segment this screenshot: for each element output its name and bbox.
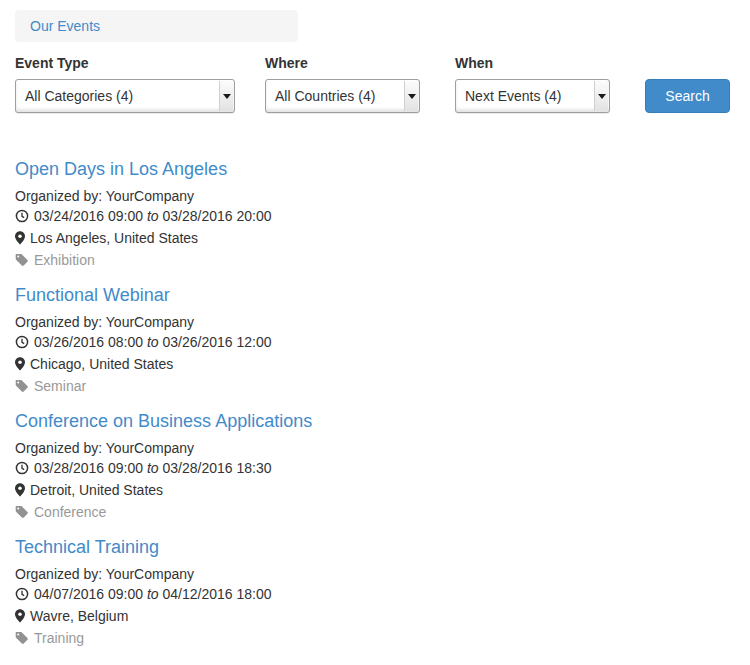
when-select[interactable]: Next Events (4) xyxy=(455,79,610,113)
clock-icon xyxy=(15,586,29,606)
event-filters-form: Event Type All Categories (4) Where All … xyxy=(15,55,735,113)
event-tag-text: Seminar xyxy=(34,378,86,394)
event-date-separator: to xyxy=(147,460,159,476)
caret-down-icon xyxy=(594,81,608,111)
map-marker-icon xyxy=(15,482,25,502)
breadcrumb-link-our-events[interactable]: Our Events xyxy=(30,18,100,34)
event-type-select[interactable]: All Categories (4) xyxy=(15,79,235,113)
event-date-separator: to xyxy=(147,334,159,350)
event-tag: Seminar xyxy=(15,376,735,398)
event-item: Conference on Business Applications Orga… xyxy=(15,410,735,524)
when-label: When xyxy=(455,55,610,71)
event-title-link[interactable]: Technical Training xyxy=(15,536,159,558)
tag-icon xyxy=(15,630,29,650)
event-date-start: 03/24/2016 09:00 xyxy=(34,208,143,224)
country-selected-value: All Countries (4) xyxy=(275,88,375,104)
event-organizer: Organized by: YourCompany xyxy=(15,438,735,458)
event-location: Wavre, Belgium xyxy=(15,606,735,628)
event-location-text: Wavre, Belgium xyxy=(30,608,128,624)
event-tag: Training xyxy=(15,628,735,650)
event-date-end: 03/28/2016 20:00 xyxy=(162,208,271,224)
event-dates: 03/26/2016 08:00 to 03/26/2016 12:00 xyxy=(15,332,735,354)
filter-group-when: When Next Events (4) xyxy=(455,55,610,113)
event-type-selected-value: All Categories (4) xyxy=(25,88,133,104)
map-marker-icon xyxy=(15,356,25,376)
event-title-link[interactable]: Functional Webinar xyxy=(15,284,170,306)
event-tag-text: Training xyxy=(34,630,84,646)
event-tag-text: Exhibition xyxy=(34,252,95,268)
tag-icon xyxy=(15,504,29,524)
event-item: Technical Training Organized by: YourCom… xyxy=(15,536,735,650)
event-date-separator: to xyxy=(147,586,159,602)
event-date-end: 04/12/2016 18:00 xyxy=(162,586,271,602)
caret-down-icon xyxy=(404,81,418,111)
event-date-start: 03/26/2016 08:00 xyxy=(34,334,143,350)
clock-icon xyxy=(15,208,29,228)
breadcrumb: Our Events xyxy=(15,10,298,42)
events-list: Open Days in Los Angeles Organized by: Y… xyxy=(15,158,735,650)
event-organizer: Organized by: YourCompany xyxy=(15,564,735,584)
event-title-link[interactable]: Conference on Business Applications xyxy=(15,410,312,432)
events-page: Our Events Event Type All Categories (4)… xyxy=(0,0,750,650)
event-item: Functional Webinar Organized by: YourCom… xyxy=(15,284,735,398)
tag-icon xyxy=(15,252,29,272)
when-selected-value: Next Events (4) xyxy=(465,88,561,104)
map-marker-icon xyxy=(15,230,25,250)
event-date-start: 04/07/2016 09:00 xyxy=(34,586,143,602)
event-date-end: 03/26/2016 12:00 xyxy=(162,334,271,350)
event-location: Detroit, United States xyxy=(15,480,735,502)
event-organizer: Organized by: YourCompany xyxy=(15,186,735,206)
event-location-text: Chicago, United States xyxy=(30,356,173,372)
search-button[interactable]: Search xyxy=(645,79,730,113)
event-dates: 03/24/2016 09:00 to 03/28/2016 20:00 xyxy=(15,206,735,228)
caret-down-icon xyxy=(219,81,233,111)
tag-icon xyxy=(15,378,29,398)
event-type-label: Event Type xyxy=(15,55,235,71)
clock-icon xyxy=(15,460,29,480)
event-dates: 04/07/2016 09:00 to 04/12/2016 18:00 xyxy=(15,584,735,606)
event-title-link[interactable]: Open Days in Los Angeles xyxy=(15,158,227,180)
event-date-end: 03/28/2016 18:30 xyxy=(162,460,271,476)
event-organizer: Organized by: YourCompany xyxy=(15,312,735,332)
event-location: Los Angeles, United States xyxy=(15,228,735,250)
event-date-start: 03/28/2016 09:00 xyxy=(34,460,143,476)
clock-icon xyxy=(15,334,29,354)
filter-group-where: Where All Countries (4) xyxy=(265,55,420,113)
event-location-text: Detroit, United States xyxy=(30,482,163,498)
event-location-text: Los Angeles, United States xyxy=(30,230,198,246)
country-select[interactable]: All Countries (4) xyxy=(265,79,420,113)
event-dates: 03/28/2016 09:00 to 03/28/2016 18:30 xyxy=(15,458,735,480)
event-location: Chicago, United States xyxy=(15,354,735,376)
event-tag-text: Conference xyxy=(34,504,106,520)
map-marker-icon xyxy=(15,608,25,628)
event-item: Open Days in Los Angeles Organized by: Y… xyxy=(15,158,735,272)
event-tag: Conference xyxy=(15,502,735,524)
filter-group-event-type: Event Type All Categories (4) xyxy=(15,55,235,113)
event-date-separator: to xyxy=(147,208,159,224)
where-label: Where xyxy=(265,55,420,71)
event-tag: Exhibition xyxy=(15,250,735,272)
